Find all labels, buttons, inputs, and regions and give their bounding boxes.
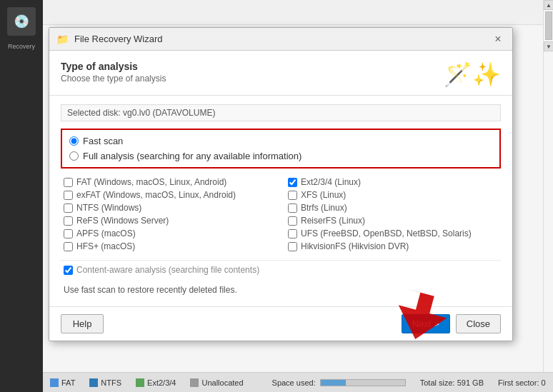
ext-color-indicator xyxy=(136,378,144,387)
fs-apfs-label: APFS (macOS) xyxy=(76,228,136,238)
fs-refs: ReFS (Windows Server) xyxy=(64,216,274,226)
full-analysis-option[interactable]: Full analysis (searching for any availab… xyxy=(69,151,492,161)
fs-ext-label: Ext2/3/4 (Linux) xyxy=(301,177,361,187)
filesystem-grid: FAT (Windows, macOS, Linux, Android) exF… xyxy=(61,177,501,251)
ntfs-color-indicator xyxy=(89,378,98,387)
fs-hfsplus-checkbox[interactable] xyxy=(64,242,73,251)
dialog-header: Type of analysis Choose the type of anal… xyxy=(49,51,512,96)
app-toolbar xyxy=(43,0,553,25)
full-analysis-label: Full analysis (searching for any availab… xyxy=(83,151,302,161)
fs-ntfs-label: NTFS (Windows) xyxy=(76,203,141,213)
fs-reiserfs-label: ReiserFS (Linux) xyxy=(301,216,365,226)
selected-disk-label: Selected disk: vg0.lv0 (DATAVOLUME) xyxy=(61,104,501,121)
fs-ufs: UFS (FreeBSD, OpenBSD, NetBSD, Solaris) xyxy=(288,228,498,238)
scroll-down-arrow[interactable]: ▼ xyxy=(544,41,553,51)
ntfs-label: NTFS xyxy=(101,378,121,387)
fs-ext: Ext2/3/4 (Linux) xyxy=(288,177,498,187)
dialog-close-button[interactable]: × xyxy=(491,32,505,46)
fs-xfs-checkbox[interactable] xyxy=(288,191,297,200)
footer-right: Next > Close xyxy=(402,314,501,333)
fs-xfs: XFS (Linux) xyxy=(288,190,498,200)
fs-hikvision-checkbox[interactable] xyxy=(288,242,297,251)
fs-fat-checkbox[interactable] xyxy=(64,178,73,187)
fs-hfsplus: HFS+ (macOS) xyxy=(64,241,274,251)
sidebar-recovery-label: Recovery xyxy=(8,43,35,50)
help-button[interactable]: Help xyxy=(61,314,104,333)
total-size-label: Total size: 591 GB xyxy=(420,378,484,387)
space-used-label: Space used: xyxy=(272,378,316,387)
dialog-title-left: 📁 File Recovery Wizard xyxy=(56,34,163,45)
fat-color-indicator xyxy=(50,378,59,387)
content-aware-checkbox[interactable] xyxy=(64,266,73,275)
fast-scan-label: Fast scan xyxy=(83,136,123,146)
fs-apfs: APFS (macOS) xyxy=(64,228,274,238)
partition-ntfs: NTFS xyxy=(89,378,121,387)
dialog-app-icon: 📁 xyxy=(56,34,69,45)
unallocated-color-indicator xyxy=(190,378,199,387)
close-button[interactable]: Close xyxy=(456,314,501,333)
fs-reiserfs: ReiserFS (Linux) xyxy=(288,216,498,226)
space-progress-bar xyxy=(320,379,406,386)
analysis-options-group: Fast scan Full analysis (searching for a… xyxy=(61,129,501,169)
fs-btrfs: Btrfs (Linux) xyxy=(288,203,498,213)
footer-left: Help xyxy=(61,314,104,333)
sidebar-recovery-icon: 💿 xyxy=(7,7,36,36)
section-subtitle: Choose the type of analysis xyxy=(61,74,166,84)
content-aware-section: Content-aware analysis (searching file c… xyxy=(61,260,501,279)
full-analysis-radio[interactable] xyxy=(69,151,79,161)
dialog-footer: Help Next > Close xyxy=(49,306,512,341)
dialog-header-text: Type of analysis Choose the type of anal… xyxy=(61,61,166,84)
fs-ext-checkbox[interactable] xyxy=(288,178,297,187)
fs-right-col: Ext2/3/4 (Linux) XFS (Linux) Btrfs (Linu… xyxy=(288,177,498,251)
first-sector-label: First sector: 0 xyxy=(498,378,546,387)
app-sidebar: 💿 Recovery xyxy=(0,0,43,392)
dialog-title-text: File Recovery Wizard xyxy=(74,34,163,44)
fs-ufs-checkbox[interactable] xyxy=(288,229,297,238)
fs-reiserfs-checkbox[interactable] xyxy=(288,216,297,226)
fat-label: FAT xyxy=(61,378,75,387)
fs-hfsplus-label: HFS+ (macOS) xyxy=(76,241,135,251)
fast-scan-option[interactable]: Fast scan xyxy=(69,136,492,146)
fs-hikvision: HikvisionFS (Hikvision DVR) xyxy=(288,241,498,251)
partition-ext: Ext2/3/4 xyxy=(136,378,176,387)
status-bar: FAT NTFS Ext2/3/4 Unallocated Space used… xyxy=(43,372,553,392)
section-title: Type of analysis xyxy=(61,61,166,72)
fs-btrfs-label: Btrfs (Linux) xyxy=(301,203,347,213)
app-scrollbar[interactable]: ▲ ▼ xyxy=(543,0,553,372)
partition-unallocated: Unallocated xyxy=(190,378,243,387)
fs-exfat-checkbox[interactable] xyxy=(64,191,73,200)
fs-btrfs-checkbox[interactable] xyxy=(288,203,297,213)
dialog-titlebar: 📁 File Recovery Wizard × xyxy=(49,28,512,51)
fs-xfs-label: XFS (Linux) xyxy=(301,190,346,200)
disk-icon: 💿 xyxy=(14,14,29,29)
fs-refs-label: ReFS (Windows Server) xyxy=(76,216,169,226)
content-aware-option[interactable]: Content-aware analysis (searching file c… xyxy=(64,265,498,275)
unallocated-label: Unallocated xyxy=(201,378,243,387)
fs-exfat: exFAT (Windows, macOS, Linux, Android) xyxy=(64,190,274,200)
fs-exfat-label: exFAT (Windows, macOS, Linux, Android) xyxy=(76,190,236,200)
fast-scan-radio[interactable] xyxy=(69,136,79,146)
dialog-body: Selected disk: vg0.lv0 (DATAVOLUME) Fast… xyxy=(49,96,512,306)
scroll-up-arrow[interactable]: ▲ xyxy=(544,0,553,10)
fs-fat-label: FAT (Windows, macOS, Linux, Android) xyxy=(76,177,226,187)
fs-ntfs-checkbox[interactable] xyxy=(64,203,73,213)
file-recovery-dialog: 📁 File Recovery Wizard × Type of analysi… xyxy=(49,27,513,341)
fs-ntfs: NTFS (Windows) xyxy=(64,203,274,213)
fs-apfs-checkbox[interactable] xyxy=(64,229,73,238)
partition-fat: FAT xyxy=(50,378,75,387)
fs-refs-checkbox[interactable] xyxy=(64,216,73,226)
fs-ufs-label: UFS (FreeBSD, OpenBSD, NetBSD, Solaris) xyxy=(301,228,472,238)
space-progress-fill xyxy=(321,380,346,386)
fs-fat: FAT (Windows, macOS, Linux, Android) xyxy=(64,177,274,187)
next-button[interactable]: Next > xyxy=(402,314,450,333)
fs-left-col: FAT (Windows, macOS, Linux, Android) exF… xyxy=(64,177,274,251)
scroll-thumb[interactable] xyxy=(545,11,552,40)
space-used-section: Space used: xyxy=(272,378,406,387)
content-aware-label: Content-aware analysis (searching file c… xyxy=(76,265,259,275)
fs-hikvision-label: HikvisionFS (Hikvision DVR) xyxy=(301,241,409,251)
info-text: Use fast scan to restore recently delete… xyxy=(61,285,501,295)
app-background: 💿 Recovery ▲ ▼ FAT NTFS Ext2/3/4 Unallo xyxy=(0,0,553,392)
wizard-icon: 🪄✨ xyxy=(444,61,501,88)
ext-label: Ext2/3/4 xyxy=(147,378,176,387)
